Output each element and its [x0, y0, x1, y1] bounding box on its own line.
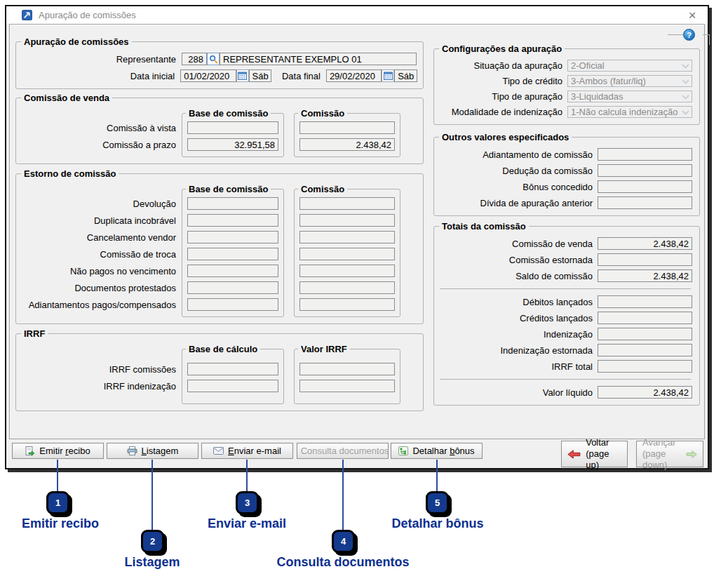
- chevron-down-icon: [682, 64, 689, 69]
- listagem-button[interactable]: Listagem: [107, 443, 198, 459]
- data-final-field[interactable]: 29/02/2020: [326, 69, 382, 82]
- button-label: Emitir recibo: [39, 446, 90, 456]
- creditos-lancados-field: [598, 312, 692, 324]
- representante-code-field[interactable]: 288: [182, 53, 207, 65]
- data-final-calendar-button[interactable]: [382, 69, 394, 82]
- estorno-base-field: [187, 214, 278, 227]
- row-label: IRRF indenização: [20, 380, 182, 393]
- callout-line: [342, 460, 344, 530]
- irrf-base-field: [187, 363, 278, 375]
- totais-label: IRRF total: [438, 361, 598, 372]
- callout-line: [436, 460, 438, 492]
- callout-label-5: Detalhar bônus: [391, 516, 483, 531]
- data-inicial-field[interactable]: 01/02/2020: [180, 69, 236, 82]
- row-labels: Devolução Duplicata incobrável Cancelame…: [20, 185, 182, 316]
- deducao-comissao-field[interactable]: [598, 164, 692, 177]
- venda-comissao-field: 2.438,42: [299, 138, 395, 151]
- debitos-lancados-field: [598, 295, 692, 308]
- button-label: Enviar e-mail: [228, 446, 281, 456]
- situacao-apuracao-select: 2-Oficial: [567, 60, 692, 72]
- callout-label-3: Enviar e-mail: [208, 516, 286, 531]
- row-label: Documentos protestados: [20, 282, 182, 295]
- chevron-down-icon: [682, 95, 689, 100]
- consulta-documentos-button: Consulta documentos: [297, 443, 389, 459]
- totais-label: Comissão de venda: [438, 239, 598, 249]
- divida-apuracao-field[interactable]: [598, 196, 692, 209]
- config-label: Tipo de crédito: [438, 76, 567, 86]
- estorno-base-field: [187, 197, 278, 210]
- callout-line: [57, 460, 58, 492]
- estorno-comissao-field: [299, 298, 395, 311]
- estorno-comissao-field: [299, 248, 395, 260]
- representante-search-button[interactable]: [207, 53, 220, 65]
- representante-name-field[interactable]: REPRESENTANTE EXEMPLO 01: [220, 53, 417, 65]
- right-column: Configurações da apuração Situação da ap…: [433, 41, 700, 406]
- group-title: Apuração de comissões: [21, 36, 132, 47]
- apuracao-dialog: Apuração de comissões × ? Apuração de co…: [5, 5, 709, 469]
- callout-badge-4: 4: [332, 530, 355, 553]
- callout-label-4: Consulta documentos: [276, 555, 409, 570]
- button-label: Avançar (page down): [642, 437, 681, 471]
- column-title: Comissão: [298, 108, 347, 119]
- base-calculo-box: Base de cálculo: [182, 349, 284, 404]
- estorno-comissao-field: [299, 231, 395, 243]
- row-label: Comissão à vista: [20, 122, 182, 135]
- data-final-label: Data final: [274, 71, 325, 81]
- callout-label-2: Listagem: [124, 555, 180, 570]
- screenshot-stage: Apuração de comissões × ? Apuração de co…: [0, 0, 728, 581]
- emitir-recibo-button[interactable]: Emitir recibo: [12, 443, 104, 459]
- totais-label: Débitos lançados: [438, 297, 598, 307]
- config-label: Tipo de apuração: [438, 91, 567, 102]
- estorno-base-field: [187, 231, 278, 243]
- callout-badge-1: 1: [46, 491, 69, 514]
- row-labels: IRRF comissões IRRF indenização: [20, 345, 182, 397]
- comissao-box: Comissão: [294, 189, 400, 317]
- comissao-box: Comissão 2.438,42: [294, 113, 400, 157]
- adiantamento-comissao-field[interactable]: [598, 148, 692, 161]
- totais-label: Saldo de comissão: [438, 271, 598, 281]
- totais-label: Comissão estornada: [438, 255, 598, 265]
- callout-line: [246, 460, 248, 492]
- base-comissao-box: Base de comissão: [182, 189, 284, 317]
- group-title: Outros valores especificados: [439, 132, 572, 142]
- title-bar: Apuração de comissões ×: [6, 6, 708, 24]
- estorno-comissao-field: [299, 214, 395, 227]
- help-icon[interactable]: ?: [683, 29, 695, 41]
- row-label: Cancelamento vendor: [20, 232, 182, 244]
- comissao-venda-total-field: 2.438,42: [598, 237, 692, 250]
- column-title: Comissão: [298, 184, 347, 194]
- detalhar-bonus-button[interactable]: Detalhar bônus: [391, 443, 483, 459]
- outros-label: Adiantamento de comissão: [438, 149, 598, 160]
- saldo-comissao-field: 2.438,42: [598, 269, 692, 282]
- callout-badge-3: 3: [236, 491, 259, 514]
- data-inicial-calendar-button[interactable]: [236, 69, 249, 82]
- calendar-icon: [384, 72, 393, 80]
- irrf-valor-field: [299, 363, 395, 375]
- close-icon[interactable]: ×: [684, 7, 701, 22]
- row-label: Comissão de troca: [20, 248, 182, 261]
- data-inicial-label: Data inicial: [20, 71, 180, 81]
- data-final-weekday: Sáb: [394, 69, 417, 82]
- divider: [440, 379, 691, 380]
- group-outros-valores: Outros valores especificados Adiantament…: [433, 137, 700, 216]
- estorno-base-field: [187, 298, 278, 311]
- button-label: Listagem: [142, 446, 179, 456]
- voltar-button[interactable]: Voltar (page up): [561, 441, 628, 467]
- avancar-button: Avançar (page down): [636, 441, 703, 467]
- main-panel: ? Apuração de comissões Representante 28…: [9, 24, 705, 439]
- arrow-left-icon: [567, 448, 581, 460]
- button-label: Voltar (page up): [586, 437, 621, 471]
- bonus-concedido-field[interactable]: [598, 180, 692, 193]
- column-title: Base de comissão: [186, 108, 271, 119]
- column-title: Base de cálculo: [186, 344, 260, 354]
- valor-liquido-field: 2.438,42: [598, 386, 692, 399]
- tree-icon: [398, 446, 408, 455]
- row-label: Adiantamentos pagos/compensados: [20, 299, 182, 312]
- valor-irrf-box: Valor IRRF: [294, 349, 400, 404]
- data-inicial-weekday: Sáb: [249, 69, 272, 82]
- group-apuracao: Apuração de comissões Representante 288: [15, 41, 424, 89]
- enviar-email-button[interactable]: Enviar e-mail: [201, 443, 293, 459]
- printer-icon: [127, 446, 137, 455]
- group-comissao-venda: Comissão de venda Comissão à vista Comis…: [15, 98, 424, 164]
- totais-label: Créditos lançados: [438, 313, 598, 323]
